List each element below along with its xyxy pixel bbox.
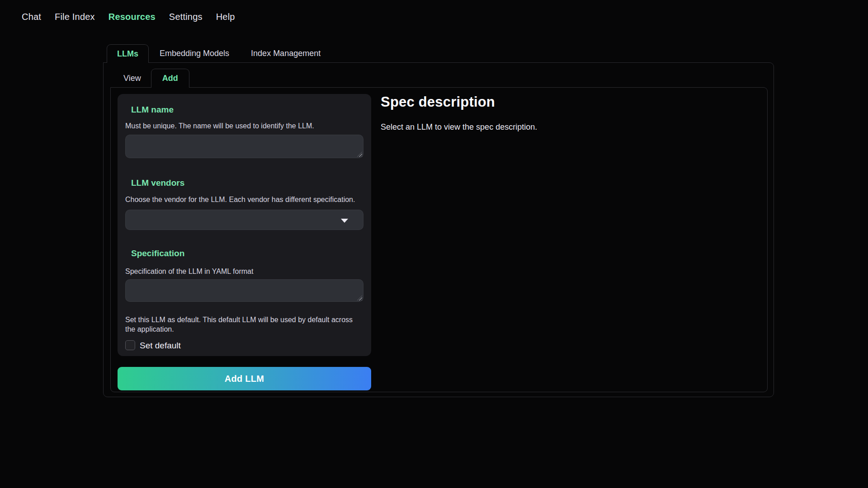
nav-item-file-index[interactable]: File Index	[55, 12, 95, 22]
tab-llms[interactable]: LLMs	[107, 44, 149, 63]
specification-label: Specification	[131, 249, 184, 258]
llm-name-input[interactable]	[125, 135, 363, 158]
subtab-view[interactable]: View	[113, 69, 151, 88]
resource-tabs: LLMs Embedding Models Index Management	[107, 44, 331, 63]
spec-description-title: Spec description	[381, 94, 760, 110]
spec-description-placeholder: Select an LLM to view the spec descripti…	[381, 122, 760, 132]
add-llm-form-card: LLM name Must be unique. The name will b…	[118, 94, 371, 356]
llm-vendors-select[interactable]	[125, 210, 363, 230]
add-llm-button[interactable]: Add LLM	[118, 367, 371, 390]
add-llm-panel: LLM name Must be unique. The name will b…	[110, 87, 768, 392]
llm-vendors-label: LLM vendors	[131, 178, 184, 188]
llm-name-label: LLM name	[131, 105, 174, 115]
nav-item-settings[interactable]: Settings	[169, 12, 203, 22]
llm-subtabs: View Add	[113, 69, 189, 88]
llm-name-description: Must be unique. The name will be used to…	[125, 121, 314, 131]
tab-embedding-models[interactable]: Embedding Models	[149, 44, 240, 63]
chevron-down-icon	[341, 219, 348, 223]
nav-item-resources[interactable]: Resources	[108, 12, 156, 22]
top-nav: Chat File Index Resources Settings Help	[22, 12, 235, 22]
subtab-add[interactable]: Add	[151, 69, 189, 88]
specification-description: Specification of the LLM in YAML format	[125, 267, 253, 276]
set-default-checkbox-label[interactable]: Set default	[140, 341, 181, 351]
llm-vendors-description: Choose the vendor for the LLM. Each vend…	[125, 195, 355, 204]
specification-input[interactable]	[125, 279, 363, 302]
set-default-description: Set this LLM as default. This default LL…	[125, 315, 360, 334]
nav-item-help[interactable]: Help	[216, 12, 235, 22]
nav-item-chat[interactable]: Chat	[22, 12, 41, 22]
llms-tab-panel: View Add LLM name Must be unique. The na…	[103, 62, 774, 397]
spec-description-panel: Spec description Select an LLM to view t…	[381, 94, 760, 132]
tab-index-management[interactable]: Index Management	[240, 44, 331, 63]
set-default-checkbox[interactable]	[125, 340, 135, 350]
